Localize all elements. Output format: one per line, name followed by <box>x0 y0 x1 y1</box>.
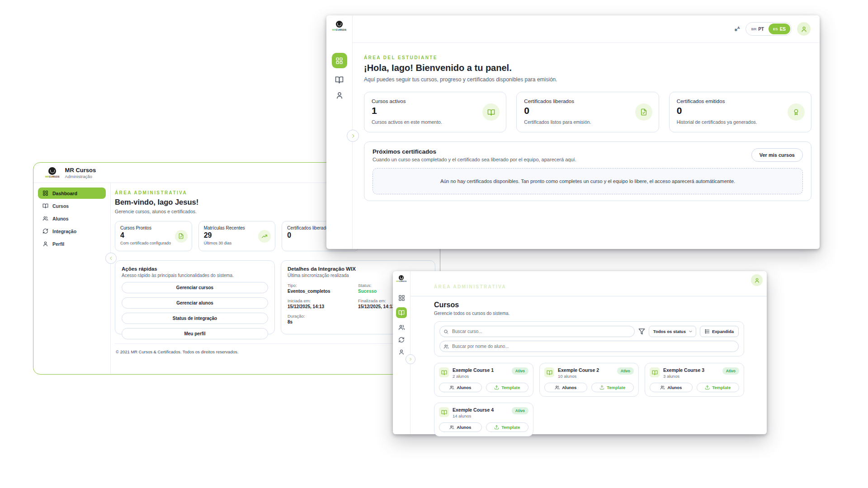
upload-icon <box>705 385 710 390</box>
trending-up-icon <box>258 230 271 243</box>
course-card: Exemple Course 3 3 alunos Ativo Alunos T… <box>645 363 744 397</box>
page-subtitle: Aquí puedes seguir tus cursos, progreso … <box>364 76 811 83</box>
stat-card-certificados-liberados: Certificados liberados 0 Certificados li… <box>516 92 659 132</box>
student-dashboard-window: MRCURSOS ⁎A BR PT ES ES <box>326 15 820 249</box>
section-eyebrow: ÁREA DEL ESTUDIANTE <box>364 55 811 60</box>
course-title: Exemple Course 1 <box>453 367 494 373</box>
avatar[interactable] <box>751 274 763 286</box>
student-header: ⁎A BR PT ES ES <box>353 15 820 43</box>
sidebar-item-cursos[interactable] <box>396 307 407 318</box>
users-icon <box>555 385 560 390</box>
course-template-button[interactable]: Template <box>697 383 740 392</box>
filter-icon[interactable] <box>638 328 645 335</box>
avatar[interactable] <box>797 22 811 36</box>
book-icon <box>544 367 554 377</box>
course-grid: Exemple Course 1 2 alunos Ativo Alunos T… <box>434 363 744 436</box>
sidebar-item-dashboard[interactable] <box>398 295 405 301</box>
logo-wordmark: MRCURSOS <box>396 281 407 282</box>
my-profile-button[interactable]: Meu perfil <box>122 328 268 339</box>
stat-card-cursos-prontos: Cursos Prontos 4 Com certificado configu… <box>115 221 192 251</box>
course-students-button[interactable]: Alunos <box>650 383 693 392</box>
sidebar-item-cursos[interactable] <box>335 75 344 84</box>
page-title: ¡Hola, Iago! Bienvenido a tu panel. <box>364 63 811 73</box>
sidebar-expand-button[interactable] <box>347 130 359 142</box>
field-iniciada: Iniciada em: 15/12/2025, 14:13 <box>288 298 358 309</box>
view-toggle-button[interactable]: Expandida <box>700 326 739 337</box>
file-check-icon <box>175 230 188 243</box>
upload-icon <box>494 385 499 390</box>
course-search-input[interactable] <box>439 326 635 337</box>
student-search-input[interactable] <box>439 341 739 352</box>
book-icon <box>398 310 405 316</box>
users-icon <box>660 385 665 390</box>
courses-main: Cursos Gerencie todos os cursos do siste… <box>434 296 744 436</box>
book-icon <box>439 407 449 417</box>
user-icon <box>42 241 48 247</box>
sidebar-item-dashboard[interactable]: Dashboard <box>38 188 106 199</box>
manage-students-button[interactable]: Gerenciar alunos <box>122 297 268 309</box>
copyright-footer: © 2021 MR Cursos & Certificados. Todos o… <box>115 344 435 354</box>
sidebar-item-integracao[interactable] <box>398 337 405 343</box>
status-filter-select[interactable]: Todos os status <box>649 326 696 337</box>
sidebar-collapse-button[interactable] <box>105 253 117 264</box>
page-title: Cursos <box>434 301 744 309</box>
status-badge: Ativo <box>512 367 528 375</box>
course-template-button[interactable]: Template <box>591 383 634 392</box>
quick-actions-panel: Ações rápidas Acesso rápido às principai… <box>115 260 275 334</box>
sidebar-item-label: Alunos <box>52 216 69 221</box>
status-badge: Ativo <box>722 367 739 375</box>
page-subtitle: Gerencie todos os cursos do sistema. <box>434 311 744 316</box>
upcoming-certificates-panel: Próximos certificados Cuando un curso se… <box>364 141 811 201</box>
course-students-button[interactable]: Alunos <box>544 383 587 392</box>
sidebar-item-cursos[interactable]: Cursos <box>38 200 106 211</box>
logo-wordmark: MRCURSOS <box>45 175 60 178</box>
award-icon <box>788 103 805 121</box>
stat-card-cursos-activos: Cursos activos 1 Cursos activos en este … <box>364 92 506 132</box>
sidebar-item-dashboard[interactable] <box>332 53 347 68</box>
lang-es-button[interactable]: ES ES <box>769 23 790 34</box>
view-my-courses-button[interactable]: Ver mis cursos <box>751 148 803 162</box>
users-icon <box>449 425 454 430</box>
sidebar-expand-button[interactable] <box>406 354 415 364</box>
course-template-button[interactable]: Template <box>486 383 529 392</box>
course-students-button[interactable]: Alunos <box>439 422 482 432</box>
sidebar-item-label: Integração <box>52 229 76 234</box>
stat-card-matriculas: Matrículas Recentes 29 Últimos 30 dias <box>198 221 276 251</box>
sidebar-item-label: Cursos <box>52 203 69 209</box>
search-icon <box>443 329 448 334</box>
chevron-right-icon <box>350 133 356 139</box>
user-icon <box>801 26 807 33</box>
list-icon <box>705 329 710 334</box>
logo-icon <box>336 21 343 28</box>
student-main: ÁREA DEL ESTUDIANTE ¡Hola, Iago! Bienven… <box>364 43 811 201</box>
sidebar-item-alunos[interactable] <box>398 324 405 331</box>
course-card: Exemple Course 2 10 alunos Ativo Alunos … <box>539 363 639 397</box>
translate-icon: ⁎A <box>735 26 740 33</box>
logo-icon <box>399 275 404 280</box>
course-title: Exemple Course 2 <box>558 367 599 373</box>
users-icon <box>449 385 454 390</box>
sidebar-item-perfil[interactable] <box>335 91 344 99</box>
section-eyebrow: ÁREA ADMINISTRATIVA <box>434 284 506 289</box>
admin-stats-row: Cursos Prontos 4 Com certificado configu… <box>115 221 359 251</box>
course-students-button[interactable]: Alunos <box>439 383 482 392</box>
file-check-icon <box>635 103 652 121</box>
user-icon <box>754 277 760 283</box>
lang-pt-button[interactable]: BR PT <box>747 27 769 32</box>
admin-courses-window: MRCURSOS ÁREA ADMINISTRATIVA Cursos Gere… <box>393 271 767 434</box>
course-card: Exemple Course 1 2 alunos Ativo Alunos T… <box>434 363 533 397</box>
course-students: 10 alunos <box>558 374 599 379</box>
book-icon <box>439 367 449 377</box>
sidebar-item-integracao[interactable]: Integração <box>38 225 106 237</box>
refresh-icon <box>42 228 48 234</box>
course-students: 14 alunos <box>453 413 494 418</box>
sidebar-item-perfil[interactable] <box>398 349 405 355</box>
admin-panels-row: Ações rápidas Acesso rápido às principai… <box>115 260 435 334</box>
manage-courses-button[interactable]: Gerenciar cursos <box>122 282 268 293</box>
course-template-button[interactable]: Template <box>486 422 529 432</box>
course-students: 3 alunos <box>663 374 704 379</box>
sidebar-item-perfil[interactable]: Perfil <box>38 238 106 249</box>
admin-sidebar: Dashboard Cursos Alunos Integração Perfi… <box>33 183 111 374</box>
sidebar-item-alunos[interactable]: Alunos <box>38 213 106 224</box>
integration-status-button[interactable]: Status de integração <box>122 313 268 324</box>
